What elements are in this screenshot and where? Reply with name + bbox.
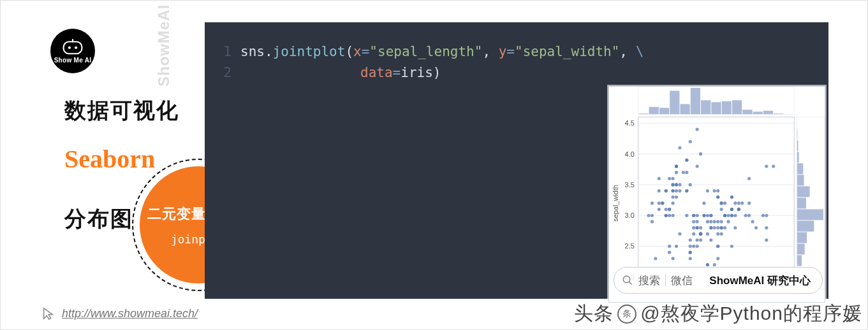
svg-point-33	[696, 127, 699, 131]
search-bubble[interactable]: 搜索 微信 ShowMeAI 研究中心	[614, 267, 823, 294]
code-token: "sepal_width"	[515, 44, 619, 59]
svg-point-45	[678, 183, 681, 186]
svg-line-201	[629, 282, 633, 285]
brand-logo-label: Show Me AI	[54, 57, 92, 64]
svg-point-159	[737, 208, 740, 211]
svg-point-77	[678, 233, 681, 236]
svg-point-53	[671, 201, 674, 204]
svg-rect-174	[701, 100, 710, 114]
svg-point-41	[675, 196, 678, 199]
svg-point-86	[713, 263, 716, 266]
title-cn: 数据可视化	[64, 96, 179, 126]
svg-point-133	[720, 201, 723, 204]
svg-point-124	[668, 245, 671, 248]
svg-point-71	[689, 257, 692, 260]
svg-point-106	[692, 214, 695, 217]
svg-point-140	[765, 226, 768, 229]
svg-rect-171	[670, 90, 679, 114]
svg-point-130	[733, 214, 737, 217]
svg-point-135	[765, 164, 768, 168]
svg-point-107	[689, 245, 692, 248]
svg-point-91	[709, 226, 712, 229]
code-token: ,	[482, 44, 498, 59]
svg-point-49	[685, 189, 688, 192]
svg-point-116	[675, 245, 678, 248]
svg-rect-193	[797, 163, 803, 174]
headline-icon: 条	[617, 305, 636, 324]
svg-text:4.0: 4.0	[625, 150, 635, 158]
svg-point-121	[716, 220, 719, 223]
svg-point-46	[678, 189, 681, 192]
svg-point-112	[692, 233, 695, 236]
svg-point-110	[699, 238, 702, 241]
library-name: Seaborn	[64, 144, 155, 174]
svg-point-22	[671, 177, 674, 180]
svg-point-31	[647, 214, 650, 217]
svg-rect-176	[722, 101, 732, 115]
banner-handle: @熬夜学Python的程序媛	[640, 301, 862, 327]
svg-point-163	[730, 214, 733, 217]
code-token: sns	[240, 44, 265, 59]
svg-point-96	[706, 220, 709, 223]
svg-rect-190	[797, 197, 806, 208]
svg-point-39	[675, 171, 678, 174]
svg-point-65	[658, 201, 661, 204]
svg-point-149	[772, 164, 775, 168]
code-token: x	[353, 44, 362, 59]
svg-point-167	[702, 214, 705, 217]
svg-text:3.0: 3.0	[625, 212, 635, 219]
svg-point-1	[68, 46, 71, 48]
banner-prefix: 头条	[574, 301, 614, 327]
svg-point-136	[765, 238, 768, 241]
code-token: ,	[619, 44, 635, 59]
svg-point-34	[685, 159, 688, 162]
svg-point-158	[730, 208, 733, 211]
svg-point-151	[716, 226, 719, 229]
svg-point-67	[671, 196, 674, 199]
svg-point-137	[706, 263, 709, 266]
watermark-left: ShowMeAI	[155, 4, 173, 87]
svg-point-54	[689, 183, 692, 186]
svg-point-47	[661, 201, 664, 204]
svg-point-200	[624, 276, 631, 283]
svg-point-115	[713, 220, 716, 223]
svg-point-125	[751, 220, 754, 223]
footer-link[interactable]: http://www.showmeai.tech/	[62, 307, 198, 320]
svg-point-165	[723, 214, 726, 217]
svg-point-75	[668, 251, 671, 254]
svg-rect-179	[753, 111, 763, 114]
svg-point-52	[668, 208, 671, 211]
svg-rect-186	[797, 244, 804, 255]
svg-point-51	[689, 140, 692, 143]
code-line: 1 sns.jointplot(x="sepal_length", y="sep…	[217, 41, 816, 62]
svg-point-87	[692, 245, 695, 248]
code-line: 2 data=iris)	[217, 62, 816, 83]
svg-text:2.5: 2.5	[625, 242, 635, 250]
svg-point-139	[692, 226, 695, 229]
code-token: y	[499, 44, 507, 59]
svg-rect-178	[742, 110, 752, 114]
svg-rect-191	[797, 186, 809, 197]
divider	[665, 274, 666, 287]
attribution-banner: 头条 条 @熬夜学Python的程序媛	[574, 301, 862, 327]
svg-rect-192	[797, 175, 804, 185]
line-number: 2	[217, 62, 240, 83]
svg-point-102	[685, 214, 688, 217]
svg-point-92	[720, 220, 723, 223]
svg-point-35	[675, 183, 678, 186]
svg-point-127	[747, 177, 751, 180]
svg-point-43	[671, 214, 674, 217]
svg-point-59	[654, 257, 657, 260]
search-center: ShowMeAI 研究中心	[709, 273, 811, 288]
svg-point-26	[651, 220, 654, 223]
svg-rect-188	[797, 220, 814, 231]
svg-point-141	[716, 233, 719, 236]
svg-point-24	[658, 189, 661, 192]
svg-point-144	[713, 226, 716, 229]
svg-point-128	[723, 201, 726, 204]
svg-point-99	[689, 251, 692, 254]
section-cn: 分布图	[64, 204, 133, 234]
svg-point-160	[699, 233, 702, 236]
line-number: 1	[217, 41, 240, 62]
svg-point-164	[716, 245, 719, 248]
